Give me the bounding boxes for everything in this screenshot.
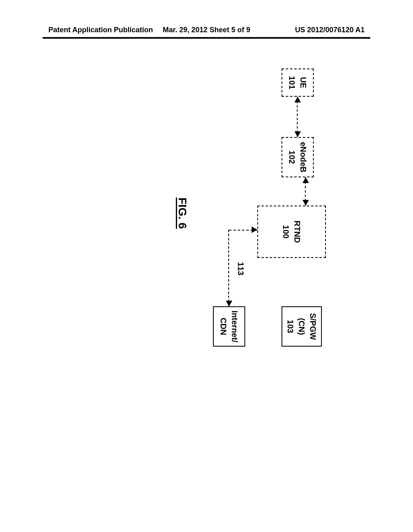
header-center: Mar. 29, 2012 Sheet 5 of 9 — [163, 26, 250, 34]
box-rtnd-title: RTND — [292, 220, 303, 243]
arrow-rtnd-internet-right — [226, 301, 232, 306]
box-spgw-ref: 103 — [285, 320, 296, 333]
figure-label: FIG. 6 — [176, 197, 189, 229]
arrow-ue-enodeb-left — [294, 97, 301, 102]
header-right: US 2012/0076120 A1 — [295, 26, 365, 34]
box-enodeb: eNodeB 102 — [282, 137, 314, 177]
header-divider — [43, 37, 370, 39]
box-rtnd: RTND 100 — [257, 206, 326, 258]
box-enodeb-title: eNodeB — [298, 142, 309, 172]
arrow-rtnd-internet-up — [252, 227, 257, 233]
box-ue-title: UE — [298, 77, 309, 88]
connector-rtnd-internet-horiz — [228, 230, 229, 306]
arrow-enodeb-rtnd-right — [302, 200, 309, 206]
connector-ue-enodeb — [297, 97, 298, 137]
page-header: Patent Application Publication Mar. 29, … — [0, 26, 413, 38]
box-internet-line1: Internet/ — [229, 311, 240, 343]
drawing-area: UE 101 eNodeB 102 RTND 100 S/PGW (CN) 10… — [43, 69, 370, 351]
box-spgw-sub: (CN) — [296, 318, 307, 335]
box-internet: Internet/ CDN — [213, 306, 245, 347]
arrow-ue-enodeb-right — [294, 131, 301, 137]
arrow-enodeb-rtnd-left — [302, 177, 309, 183]
connector-rtnd-internet-label: 113 — [236, 262, 245, 275]
box-rtnd-ref: 100 — [280, 225, 292, 238]
box-internet-line2: CDN — [218, 318, 229, 335]
box-ue: UE 101 — [282, 69, 314, 97]
box-spgw: S/PGW (CN) 103 — [282, 306, 322, 347]
diagram-rotated-frame: UE 101 eNodeB 102 RTND 100 S/PGW (CN) 10… — [43, 69, 370, 351]
box-spgw-title: S/PGW — [307, 313, 319, 340]
box-ue-ref: 101 — [286, 76, 298, 89]
box-enodeb-ref: 102 — [286, 150, 298, 164]
header-left: Patent Application Publication — [48, 26, 153, 34]
